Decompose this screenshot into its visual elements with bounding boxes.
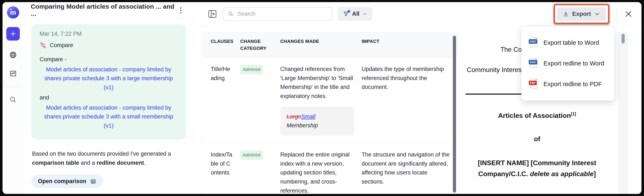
doc-file-icon: DOC <box>529 37 538 48</box>
app-logo: ✦ m <box>7 6 19 19</box>
download-icon <box>563 11 569 17</box>
category-badge: Administ <box>240 150 263 160</box>
doc-file-icon: DOC <box>529 58 538 69</box>
message-timestamp: Mar 14, 7:22 PM <box>40 31 178 37</box>
export-button[interactable]: Export <box>557 7 606 21</box>
doc-footnote-marker: [1] <box>571 112 576 116</box>
app-window: ✦ m Comparing Model articles of associat… <box>2 2 642 194</box>
menu-item-label: Export table to Word <box>544 39 599 46</box>
compare-icon <box>40 42 46 49</box>
summary-bold-comparison-table: comparison table <box>32 160 79 166</box>
export-label: Export <box>572 11 591 17</box>
impact-cell: The structure and navigation of the docu… <box>362 150 450 194</box>
changes-text: Replaced the entire original index with … <box>280 151 350 194</box>
search-nav-icon[interactable] <box>9 96 17 104</box>
doc-title-text: Articles of Association <box>498 112 571 119</box>
compare-intro: Compare - <box>40 55 178 64</box>
chat-panel: Comparing Model articles of association … <box>24 2 194 194</box>
screenshot-frame: ✦ m Comparing Model articles of associat… <box>0 0 644 196</box>
summary-text: and a <box>79 160 97 166</box>
compare-tool-row: Compare <box>40 42 178 49</box>
summary-text: Based on the two documents provided I've… <box>32 151 171 157</box>
summary-bold-redline-document: redline document <box>96 160 144 166</box>
doc-of-label: of <box>464 134 610 144</box>
column-header-clauses: CLAUSES <box>211 38 233 52</box>
table-scrollbar-thumb[interactable] <box>453 36 456 193</box>
menu-item-export-redline-word[interactable]: DOC Export redline to Word <box>522 53 614 74</box>
sidebar: ✦ m <box>2 2 24 194</box>
open-comparison-label: Open comparison <box>38 178 86 184</box>
column-header-change-category: CHANGE CATEGORY <box>240 38 273 52</box>
table-row[interactable]: Title/Heading Administ Changed reference… <box>203 57 458 143</box>
doc-company-name-line: [INSERT NAME] [Community Interest Compan… <box>464 157 610 180</box>
collapse-panel-icon[interactable] <box>208 9 217 19</box>
table-header-row: CLAUSES CHANGE CATEGORY CHANGES MADE IMP… <box>203 32 458 57</box>
compare-connector: and <box>40 93 178 102</box>
document-link-1[interactable]: Model articles of association - company … <box>40 65 178 92</box>
globe-icon[interactable] <box>9 51 17 59</box>
redline-inserted-text: Small <box>301 114 316 120</box>
menu-item-label: Export redline to Word <box>544 60 604 67</box>
pdf-file-icon: PDF <box>529 79 538 89</box>
menu-item-export-table-word[interactable]: DOC Export table to Word <box>522 32 614 53</box>
chat-header: Comparing Model articles of association … <box>24 2 194 18</box>
category-badge: Administ <box>240 65 263 74</box>
redline-context-text: Membership <box>286 122 318 129</box>
redline-snippet-chip: LargeSmall Membership <box>280 107 354 136</box>
comparison-table: CLAUSES CHANGE CATEGORY CHANGES MADE IMP… <box>202 32 458 194</box>
filter-active-dot <box>348 10 350 13</box>
chat-body: Mar 14, 7:22 PM Compare Compare - Model … <box>24 18 194 194</box>
export-dropdown-menu: DOC Export table to Word DOC Export redl… <box>521 26 614 101</box>
assistant-summary: Based on the two documents provided I've… <box>32 149 185 167</box>
summary-text: . <box>144 160 146 166</box>
open-comparison-button[interactable]: Open comparison <box>31 175 103 188</box>
changes-cell: Changed references from 'Large Membershi… <box>280 65 354 136</box>
document-scrollbar-thumb[interactable] <box>622 34 625 44</box>
column-header-changes-made: CHANGES MADE <box>280 38 354 52</box>
doc-name-italic: delete as applicable <box>530 170 594 178</box>
doc-title: Articles of Association[1] <box>464 110 610 121</box>
overlay-toolbar: All Export <box>201 2 642 26</box>
toolbar-divider <box>616 8 617 20</box>
export-highlight-annotation: Export <box>554 4 610 24</box>
compare-request-card: Mar 14, 7:22 PM Compare Compare - Model … <box>31 24 186 139</box>
search-icon <box>228 11 234 17</box>
clause-cell: Index/Table of Contents <box>211 150 233 194</box>
changes-text: Changed references from 'Large Membershi… <box>280 66 353 99</box>
compare-tool-label: Compare <box>50 42 73 49</box>
chart-icon[interactable] <box>9 70 17 77</box>
close-icon[interactable] <box>624 10 632 18</box>
funnel-icon <box>343 11 349 17</box>
menu-item-export-redline-pdf[interactable]: PDF Export redline to PDF <box>522 74 614 94</box>
plus-icon <box>10 30 17 37</box>
chevron-down-icon <box>362 12 367 16</box>
table-row[interactable]: Index/Table of Contents Administ Replace… <box>203 143 458 194</box>
filter-button[interactable]: All <box>338 7 372 21</box>
chat-menu-button[interactable]: ⋮ <box>175 6 186 15</box>
impact-cell: Updates the type of membership reference… <box>362 65 450 136</box>
sparkle-icon: ✦ <box>10 8 12 12</box>
chat-title: Comparing Model articles of association … <box>31 3 175 17</box>
redline-deleted-text: Large <box>286 114 301 120</box>
filter-label: All <box>352 11 360 17</box>
menu-item-label: Export redline to PDF <box>544 81 602 88</box>
document-link-2[interactable]: Model articles of association - company … <box>40 103 178 130</box>
table-icon <box>90 178 96 184</box>
document-scrollbar-track[interactable] <box>618 32 628 194</box>
chevron-down-icon <box>594 11 600 17</box>
search-input[interactable] <box>237 10 327 17</box>
clause-cell: Title/Heading <box>211 65 233 136</box>
doc-name-text: ] <box>594 170 596 178</box>
changes-cell: Replaced the entire original index with … <box>280 150 354 194</box>
column-header-impact: IMPACT <box>362 38 450 52</box>
sidebar-divider <box>7 86 20 87</box>
comparison-overlay: All Export CLAUSES <box>201 2 642 194</box>
new-chat-button[interactable] <box>6 27 20 41</box>
search-field <box>223 7 332 21</box>
